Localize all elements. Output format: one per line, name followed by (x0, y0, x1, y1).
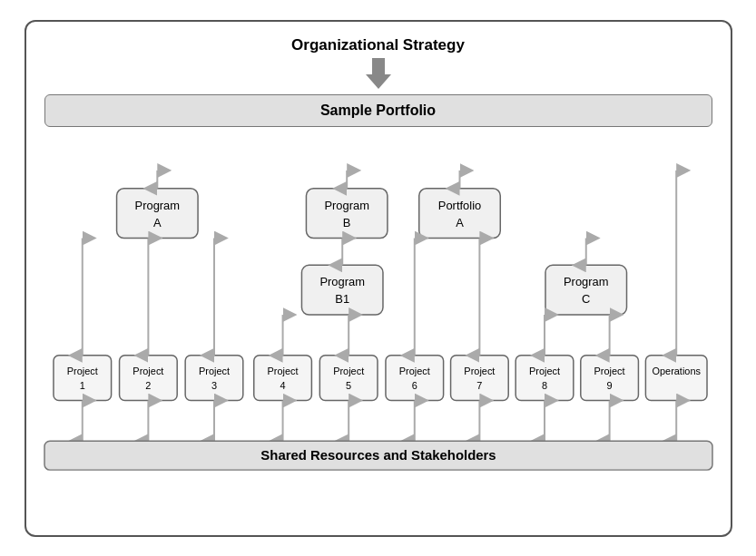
project-8-box (515, 355, 574, 400)
program-a-label: Program (134, 198, 180, 211)
project-4-box (253, 355, 311, 400)
portfolio-bar: Sample Portfolio (44, 94, 712, 127)
operations-label: Operations (652, 365, 701, 376)
project-6-label2: 6 (411, 379, 417, 390)
project-4-label2: 4 (280, 379, 285, 390)
program-b-box (306, 188, 388, 238)
program-c-label: Program (564, 275, 609, 288)
project-3-label: Project (198, 365, 229, 376)
program-b-label: Program (324, 198, 369, 211)
org-strategy-label: Organizational Strategy (291, 36, 465, 54)
project-1-label2: 1 (79, 379, 84, 390)
project-2-label: Project (133, 365, 163, 376)
project-8-label: Project (528, 365, 559, 376)
project-1-box (53, 355, 111, 400)
project-6-label: Project (398, 365, 429, 376)
shared-resources-label: Shared Resources and Stakeholders (260, 448, 496, 463)
project-5-label: Project (333, 365, 364, 376)
project-5-label2: 5 (346, 379, 351, 390)
program-c-box (545, 265, 627, 315)
project-2-label2: 2 (145, 379, 151, 390)
program-b-label2: B (342, 215, 350, 229)
project-3-box (185, 355, 243, 400)
project-7-label: Project (464, 365, 495, 376)
diagram-area: Program A Program B Portfolio A Program … (44, 127, 712, 521)
program-b1-box (301, 265, 383, 315)
strategy-arrow (366, 58, 391, 89)
program-b1-label: Program (319, 275, 364, 288)
project-6-box (385, 355, 443, 400)
portfolio-a-label2: A (456, 215, 464, 229)
project-9-label: Project (594, 365, 624, 376)
project-9-box (580, 355, 638, 400)
program-a-box (116, 188, 198, 238)
project-5-box (319, 355, 378, 400)
program-a-label2: A (153, 215, 162, 229)
project-1-label: Project (66, 365, 97, 376)
portfolio-a-label: Portfolio (437, 198, 480, 211)
project-3-label2: 3 (211, 379, 216, 390)
diagram-svg: Program A Program B Portfolio A Program … (44, 127, 712, 521)
main-container: Organizational Strategy Sample Portfolio (25, 20, 732, 537)
project-7-box (450, 355, 508, 400)
project-4-label: Project (267, 365, 298, 376)
project-7-label2: 7 (476, 379, 482, 390)
project-9-label2: 9 (606, 379, 612, 390)
operations-box (645, 355, 707, 400)
project-8-label2: 8 (541, 379, 546, 390)
portfolio-a-box (418, 188, 500, 238)
project-2-box (119, 355, 177, 400)
program-c-label2: C (582, 292, 590, 306)
program-b1-label2: B1 (335, 292, 349, 306)
